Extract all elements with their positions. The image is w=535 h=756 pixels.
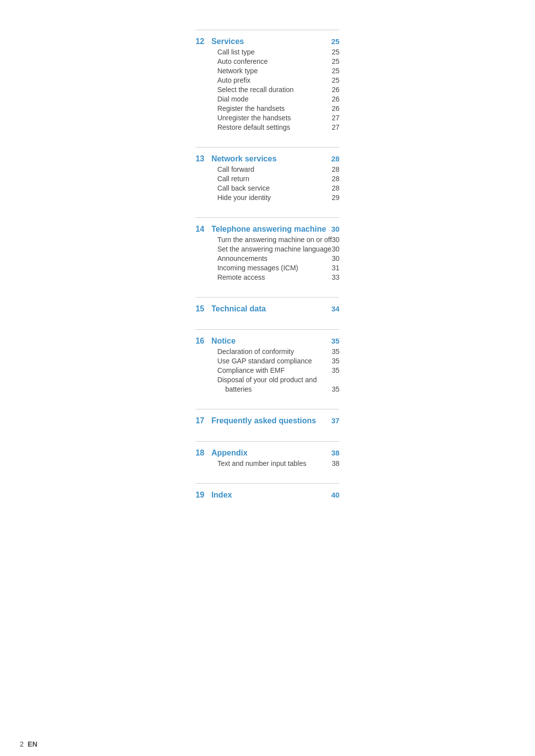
sub-row-13-3[interactable]: Hide your identity 29 [196, 194, 340, 202]
chapter-title-12: 12 Services [196, 37, 244, 46]
sub-page-13-1: 28 [332, 175, 340, 183]
sub-title-13-0: Call forward [217, 165, 255, 173]
sub-title-12-0: Call list type [217, 48, 255, 56]
sub-title-16-3: Disposal of your old product and [217, 376, 317, 384]
sub-row-14-4[interactable]: Remote access 33 [196, 273, 340, 281]
chapter-row-19[interactable]: 19 Index 40 [196, 491, 340, 500]
chapter-title-text-14: Telephone answering machine [212, 225, 326, 234]
sub-row-16-3-cont[interactable]: batteries 35 [196, 385, 340, 393]
sub-page-13-2: 28 [332, 184, 340, 192]
sub-page-12-5: 26 [332, 95, 340, 103]
chapter-row-15[interactable]: 15 Technical data 34 [196, 304, 340, 313]
divider-14 [196, 217, 340, 218]
divider-13 [196, 147, 340, 148]
sub-row-14-2[interactable]: Announcements 30 [196, 254, 340, 262]
sub-title-14-3: Incoming messages (ICM) [217, 264, 298, 272]
divider-15 [196, 297, 340, 298]
chapter-page-17: 37 [331, 416, 340, 425]
sub-page-12-3: 25 [332, 76, 340, 84]
chapter-page-19: 40 [331, 491, 340, 499]
sub-title-13-2: Call back service [217, 184, 270, 192]
chapter-row-18[interactable]: 18 Appendix 38 [196, 449, 340, 457]
sub-row-12-3[interactable]: Auto prefix 25 [196, 76, 340, 84]
chapter-page-14: 30 [331, 225, 340, 233]
chapter-row-17[interactable]: 17 Frequently asked questions 37 [196, 416, 340, 425]
sub-row-12-5[interactable]: Dial mode 26 [196, 95, 340, 103]
sub-row-16-0[interactable]: Declaration of conformity 35 [196, 348, 340, 355]
sub-title-12-3: Auto prefix [217, 76, 251, 84]
chapter-page-15: 34 [331, 304, 340, 313]
sub-title-18-0: Text and number input tables [217, 459, 307, 467]
sub-title-12-7: Unregister the handsets [217, 114, 291, 122]
divider-17 [196, 409, 340, 409]
chapter-title-16: 16 Notice [196, 337, 236, 346]
toc-section-14: 14 Telephone answering machine 30 Turn t… [196, 217, 340, 281]
chapter-title-text-13: Network services [212, 154, 277, 163]
divider-18 [196, 441, 340, 442]
sub-title-14-0: Turn the answering machine on or off [217, 236, 332, 244]
sub-row-16-1[interactable]: Use GAP standard compliance 35 [196, 357, 340, 365]
sub-page-16-0: 35 [332, 348, 340, 355]
divider-16 [196, 329, 340, 330]
sub-row-14-0[interactable]: Turn the answering machine on or off 30 [196, 236, 340, 244]
chapter-page-16: 35 [331, 337, 340, 345]
toc-section-13: 13 Network services 28 Call forward 28 C… [196, 147, 340, 202]
divider-19 [196, 483, 340, 484]
sub-page-12-7: 27 [332, 114, 340, 122]
toc-section-19: 19 Index 40 [196, 483, 340, 500]
chapter-title-text-16: Notice [212, 337, 236, 346]
sub-row-12-8[interactable]: Restore default settings 27 [196, 123, 340, 131]
page-footer: 2 EN [0, 732, 535, 756]
chapter-row-13[interactable]: 13 Network services 28 [196, 154, 340, 163]
toc-section-17: 17 Frequently asked questions 37 [196, 409, 340, 425]
sub-title-14-1: Set the answering machine language [217, 245, 331, 253]
chapter-title-text-15: Technical data [212, 304, 266, 313]
sub-row-12-6[interactable]: Register the handsets 26 [196, 104, 340, 112]
sub-row-13-0[interactable]: Call forward 28 [196, 165, 340, 173]
chapter-number-16: 16 [196, 337, 212, 346]
chapter-number-15: 15 [196, 304, 212, 313]
sub-page-13-3: 29 [332, 194, 340, 202]
sub-row-14-1[interactable]: Set the answering machine language 30 [196, 245, 340, 253]
chapter-title-13: 13 Network services [196, 154, 277, 163]
chapter-row-14[interactable]: 14 Telephone answering machine 30 [196, 225, 340, 234]
sub-page-12-8: 27 [332, 123, 340, 131]
sub-title-16-3-cont: batteries [225, 385, 252, 393]
sub-title-14-4: Remote access [217, 273, 265, 281]
sub-row-12-2[interactable]: Network type 25 [196, 67, 340, 75]
chapter-number-14: 14 [196, 225, 212, 234]
chapter-title-17: 17 Frequently asked questions [196, 416, 317, 425]
sub-page-12-1: 25 [332, 57, 340, 65]
sub-row-16-3[interactable]: Disposal of your old product and [196, 376, 340, 384]
toc-section-12: 12 Services 25 Call list type 25 Auto co… [196, 30, 340, 131]
page-container: 12 Services 25 Call list type 25 Auto co… [176, 0, 360, 732]
sub-row-18-0[interactable]: Text and number input tables 38 [196, 459, 340, 467]
sub-row-12-0[interactable]: Call list type 25 [196, 48, 340, 56]
chapter-number-17: 17 [196, 416, 212, 425]
sub-row-13-2[interactable]: Call back service 28 [196, 184, 340, 192]
sub-page-13-0: 28 [332, 165, 340, 173]
sub-row-13-1[interactable]: Call return 28 [196, 175, 340, 183]
chapter-page-12: 25 [331, 37, 340, 46]
sub-page-14-2: 30 [332, 254, 340, 262]
sub-page-14-1: 30 [332, 245, 340, 253]
chapter-title-text-12: Services [212, 37, 244, 46]
chapter-title-text-19: Index [212, 491, 232, 500]
chapter-number-18: 18 [196, 449, 212, 457]
sub-row-12-1[interactable]: Auto conference 25 [196, 57, 340, 65]
chapter-row-16[interactable]: 16 Notice 35 [196, 337, 340, 346]
footer-page-number: 2 [20, 740, 24, 748]
chapter-title-15: 15 Technical data [196, 304, 266, 313]
chapter-title-19: 19 Index [196, 491, 232, 500]
footer-language: EN [28, 740, 37, 748]
chapter-number-13: 13 [196, 154, 212, 163]
sub-row-14-3[interactable]: Incoming messages (ICM) 31 [196, 264, 340, 272]
chapter-title-text-17: Frequently asked questions [212, 416, 317, 425]
chapter-title-text-18: Appendix [212, 449, 248, 457]
sub-page-12-0: 25 [332, 48, 340, 56]
sub-row-16-2[interactable]: Compliance with EMF 35 [196, 366, 340, 374]
sub-row-12-4[interactable]: Select the recall duration 26 [196, 86, 340, 94]
sub-row-12-7[interactable]: Unregister the handsets 27 [196, 114, 340, 122]
sub-title-12-1: Auto conference [217, 57, 268, 65]
chapter-row-12[interactable]: 12 Services 25 [196, 37, 340, 46]
